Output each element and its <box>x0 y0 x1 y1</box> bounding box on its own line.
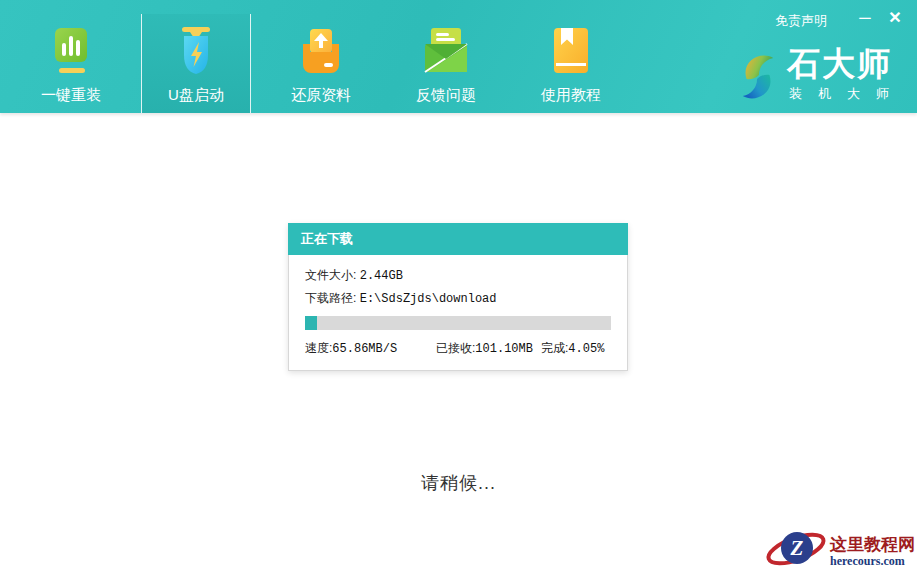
file-size-value: 2.44GB <box>360 269 403 283</box>
brand-text: 石大师 装机大师 <box>787 46 905 103</box>
usb-shield-icon <box>174 23 218 79</box>
close-button[interactable]: ✕ <box>886 8 904 28</box>
brand-tagline: 装机大师 <box>787 85 905 103</box>
tab-label: 一键重装 <box>41 86 101 104</box>
done-stat: 完成:4.05% <box>541 340 604 357</box>
feedback-mail-icon <box>423 23 469 79</box>
watermark: Z 这里教程网 herecours.com <box>764 526 915 576</box>
tutorial-book-icon <box>551 23 591 79</box>
speed-label: 速度: <box>305 341 332 355</box>
tab-one-key-reinstall[interactable]: 一键重装 <box>16 14 126 113</box>
brand-logo: 石大师 装机大师 <box>737 46 905 108</box>
disclaimer-link[interactable]: 免责声明 <box>775 12 827 30</box>
tab-label: 使用教程 <box>541 86 601 104</box>
chart-icon <box>50 23 92 79</box>
received-stat: 已接收:101.10MB <box>436 340 533 357</box>
download-path-label: 下载路径: <box>305 291 356 305</box>
tab-feedback[interactable]: 反馈问题 <box>391 14 501 113</box>
download-path-row: 下载路径: E:\SdsZjds\download <box>305 290 611 307</box>
watermark-text: 这里教程网 herecours.com <box>830 535 915 568</box>
dialog-title: 正在下载 <box>288 223 628 255</box>
tab-usb-boot[interactable]: U盘启动 <box>141 14 251 113</box>
download-dialog: 正在下载 文件大小: 2.44GB 下载路径: E:\SdsZjds\downl… <box>288 223 628 371</box>
file-size-row: 文件大小: 2.44GB <box>305 267 611 284</box>
tab-restore-data[interactable]: 还原资料 <box>266 14 376 113</box>
watermark-site-name: 这里教程网 <box>830 535 915 554</box>
svg-text:Z: Z <box>790 536 804 560</box>
watermark-site-url: herecours.com <box>830 554 915 568</box>
progress-bar <box>305 316 611 330</box>
header-bar: 一键重装 <box>0 0 917 113</box>
speed-value: 65.86MB/S <box>332 342 397 356</box>
speed-stat: 速度:65.86MB/S <box>305 340 397 357</box>
download-path-value: E:\SdsZjds\download <box>360 292 497 306</box>
tab-label: 反馈问题 <box>416 86 476 104</box>
received-value: 101.10MB <box>475 342 533 356</box>
tab-label: U盘启动 <box>168 86 224 104</box>
download-stats: 速度:65.86MB/S 已接收:101.10MB 完成:4.05% <box>305 340 611 356</box>
received-label: 已接收: <box>436 341 475 355</box>
file-size-label: 文件大小: <box>305 268 356 282</box>
window-controls: ─ ✕ <box>856 8 904 28</box>
restore-tray-icon <box>298 23 344 79</box>
tab-label: 还原资料 <box>291 86 351 104</box>
watermark-logo-icon: Z <box>764 526 828 576</box>
dialog-body: 文件大小: 2.44GB 下载路径: E:\SdsZjds\download 速… <box>288 255 628 371</box>
nav-tabs: 一键重装 <box>16 14 626 113</box>
brand-swirl-icon <box>737 50 779 108</box>
brand-name: 石大师 <box>787 46 905 82</box>
wait-message: 请稍候... <box>0 471 917 495</box>
tab-tutorial[interactable]: 使用教程 <box>516 14 626 113</box>
progress-fill <box>305 316 317 330</box>
minimize-button[interactable]: ─ <box>856 8 874 28</box>
done-value: 4.05% <box>568 342 604 356</box>
done-label: 完成: <box>541 341 568 355</box>
app-window: 一键重装 <box>0 0 917 578</box>
